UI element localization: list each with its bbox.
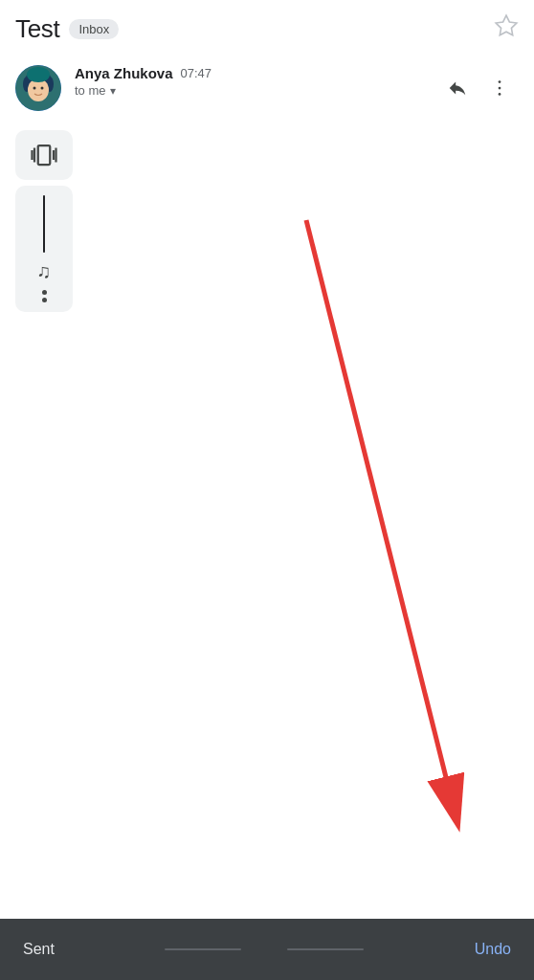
email-meta: Anya Zhukova 07:47 to me ▾	[75, 65, 438, 98]
page-title: Test	[15, 14, 59, 44]
attachment-card[interactable]: ♫	[15, 186, 73, 312]
email-actions	[438, 69, 519, 107]
bottom-dividers	[165, 948, 364, 950]
reply-button[interactable]	[438, 69, 477, 107]
svg-rect-12	[38, 145, 51, 165]
vertical-line	[43, 195, 45, 253]
attachment-area: ♫	[0, 122, 534, 320]
app-header: Test Inbox	[0, 0, 534, 54]
more-options-button[interactable]	[480, 69, 519, 107]
bottom-bar: Sent Undo	[0, 919, 534, 980]
avatar	[15, 65, 61, 111]
vibrate-icon-box[interactable]	[15, 130, 73, 180]
email-time: 07:47	[181, 66, 212, 80]
music-icon: ♫	[37, 260, 52, 282]
svg-point-7	[41, 87, 44, 90]
to-line[interactable]: to me ▾	[75, 83, 438, 98]
svg-point-11	[499, 93, 501, 96]
chevron-down-icon: ▾	[110, 84, 116, 98]
inbox-badge[interactable]: Inbox	[69, 19, 119, 39]
to-me-text: to me	[75, 83, 106, 98]
tab-divider-1	[165, 948, 241, 950]
tab-divider-2	[287, 948, 364, 950]
svg-point-6	[33, 87, 36, 90]
sender-name: Anya Zhukova	[75, 65, 173, 81]
svg-point-8	[27, 67, 50, 82]
more-dots-icon	[42, 290, 47, 302]
svg-point-10	[499, 87, 501, 90]
header-left: Test Inbox	[15, 14, 119, 44]
vibrate-icon	[30, 141, 58, 169]
undo-button[interactable]: Undo	[475, 941, 511, 958]
sent-label: Sent	[23, 941, 55, 958]
star-icon[interactable]	[494, 13, 519, 44]
svg-marker-0	[496, 15, 517, 35]
sender-line: Anya Zhukova 07:47	[75, 65, 438, 81]
email-row: Anya Zhukova 07:47 to me ▾	[0, 54, 534, 122]
svg-point-9	[499, 80, 501, 83]
